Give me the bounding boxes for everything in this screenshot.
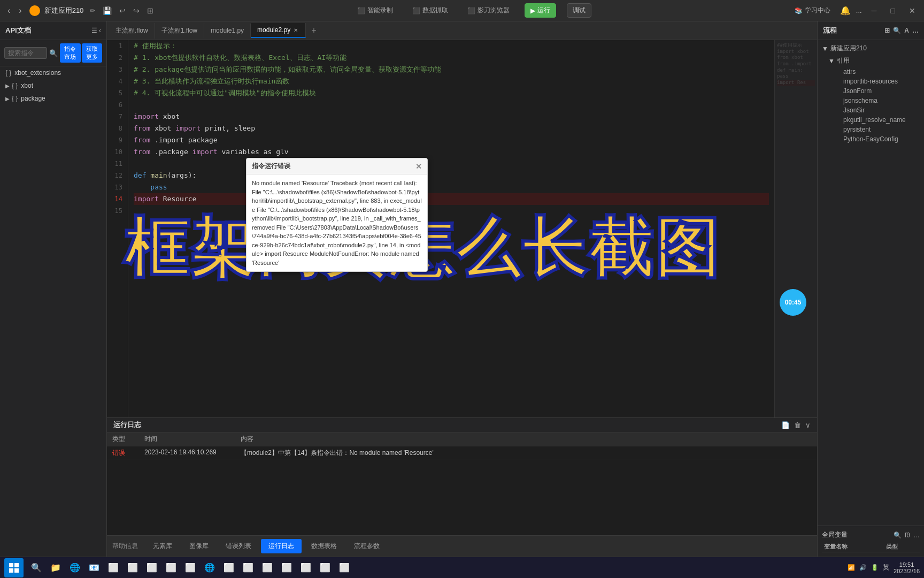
taskbar-app2[interactable]: ⬜ <box>124 559 141 576</box>
taskbar-app9[interactable]: ⬜ <box>278 559 295 576</box>
bell-icon[interactable]: 🔔 <box>840 5 851 16</box>
battery-icon[interactable]: 🔋 <box>871 564 879 571</box>
tab-run-log[interactable]: 运行日志 <box>261 539 302 553</box>
tab-main-flow[interactable]: 主流程.flow <box>109 23 155 39</box>
rs-vars-more-icon[interactable]: … <box>913 531 920 539</box>
more-button[interactable]: ... <box>856 6 862 14</box>
sidebar-item-xbot[interactable]: ▶ { } xbot <box>0 79 106 92</box>
taskbar-app10[interactable]: ⬜ <box>297 559 314 576</box>
line-8: 8 <box>107 123 122 134</box>
taskbar-app6[interactable]: ⬜ <box>220 559 237 576</box>
rs-icon2[interactable]: 🔍 <box>893 27 901 34</box>
taskbar-right: 📶 🔊 🔋 英 19:51 2023/2/16 <box>848 561 920 574</box>
rs-vars-icons: 🔍 fθ … <box>894 531 920 539</box>
line-4: 4 <box>107 75 122 87</box>
log-type: 错误 <box>107 446 139 460</box>
code-line-5: # 4. 可视化流程中可以通过"调用模块"的指令使用此模块 <box>134 87 769 99</box>
minimize-button[interactable]: ─ <box>867 5 881 16</box>
rs-item-attrs[interactable]: attrs <box>830 67 924 77</box>
maximize-button[interactable]: □ <box>887 5 899 16</box>
tab-scrape[interactable]: ⬛ 数据抓取 <box>408 4 452 17</box>
taskbar-app5[interactable]: ⬜ <box>182 559 199 576</box>
tab-images[interactable]: 图像库 <box>182 539 216 553</box>
taskbar-app4[interactable]: ⬜ <box>163 559 180 576</box>
collapse-icon[interactable]: ∨ <box>805 421 811 429</box>
export-icon[interactable]: 📄 <box>781 421 790 429</box>
error-popup: 指令运行错误 ✕ No module named 'Resource' Trac… <box>246 158 428 272</box>
taskbar-app7[interactable]: ⬜ <box>240 559 257 576</box>
col-type: 类型 <box>107 432 139 446</box>
tab-errors[interactable]: 错误列表 <box>218 539 259 553</box>
minimap: ##使用提示 import xbot from xbot from .impor… <box>774 40 817 417</box>
rs-item-jsonstr[interactable]: JsonSir <box>830 105 924 115</box>
taskbar-app1[interactable]: ⬜ <box>105 559 122 576</box>
error-popup-close[interactable]: ✕ <box>415 162 422 171</box>
learn-icon: 📚 <box>795 7 803 14</box>
taskbar-edge[interactable]: 🌐 <box>66 559 83 576</box>
log-time: 2023-02-16 19:46:10.269 <box>139 446 235 460</box>
code-line-2: # 1. xbot包提供软件自动化、数据表格、Excel、日志、AI等功能 <box>134 52 769 64</box>
redo-icon[interactable]: ↪ <box>133 6 140 15</box>
run-button[interactable]: ▶ 运行 <box>525 3 556 18</box>
code-container[interactable]: 1 2 3 4 5 6 7 8 9 10 11 12 13 14 15 <box>107 40 774 417</box>
tab-flow-params[interactable]: 流程参数 <box>346 539 387 553</box>
rs-item-importlib[interactable]: importlib-resources <box>830 77 924 86</box>
code-line-3: # 2. package包提供访问当前应用数据的功能，如获取元素、访问全局变量、… <box>134 64 769 75</box>
sidebar-item-xbot-extensions[interactable]: { } xbot_extensions <box>0 66 106 79</box>
delete-icon[interactable]: 🗑 <box>794 421 801 429</box>
debug-button[interactable]: 调试 <box>567 3 591 18</box>
rs-icon1[interactable]: ⊞ <box>884 27 890 34</box>
add-tab-button[interactable]: + <box>306 22 321 39</box>
taskbar-app3[interactable]: ⬜ <box>143 559 160 576</box>
taskbar-mail[interactable]: 📧 <box>86 559 103 576</box>
close-tab-icon[interactable]: ✕ <box>292 27 299 33</box>
tab-sub-flow[interactable]: 子流程1.flow <box>155 23 204 39</box>
rs-vars-search-icon[interactable]: 🔍 <box>894 531 902 539</box>
taskbar-app8[interactable]: ⬜ <box>259 559 276 576</box>
volume-icon[interactable]: 🔊 <box>859 564 867 571</box>
taskbar-app11[interactable]: ⬜ <box>317 559 334 576</box>
save-icon[interactable]: 💾 <box>103 6 112 15</box>
tab-module1[interactable]: module1.py <box>204 24 251 37</box>
tabs-bar: 主流程.flow 子流程1.flow module1.py module2.py… <box>107 21 817 40</box>
forward-button[interactable]: › <box>16 5 25 17</box>
taskbar-files[interactable]: 📁 <box>47 559 64 576</box>
rs-icon3[interactable]: A <box>904 27 909 34</box>
command-market-button[interactable]: 指令市场 <box>60 43 81 63</box>
rs-tree-引用[interactable]: ▼ 引用 <box>824 55 924 67</box>
start-button[interactable] <box>4 558 24 577</box>
expand-icon: ▶ <box>5 83 10 89</box>
taskbar-search[interactable]: 🔍 <box>28 559 45 576</box>
tab-module2[interactable]: module2.py ✕ <box>251 23 306 38</box>
rs-icon4[interactable]: … <box>912 27 919 34</box>
tab-elements[interactable]: 元素库 <box>145 539 180 553</box>
sidebar-item-package[interactable]: ▶ { } package <box>0 92 106 105</box>
log-content: 【module2】中第【14】条指令出错：No module named 'Re… <box>235 446 817 460</box>
tab-browser[interactable]: ⬛ 影刀浏览器 <box>463 4 514 17</box>
lang-icon[interactable]: 英 <box>883 563 889 572</box>
error-popup-body: No module named 'Resource' Traceback (mo… <box>247 174 427 271</box>
tab-data-table[interactable]: 数据表格 <box>304 539 344 553</box>
back-button[interactable]: ‹ <box>4 5 13 17</box>
rs-item-jsonschema[interactable]: jsonschema <box>830 96 924 105</box>
get-more-button[interactable]: 获取更多 <box>82 43 103 63</box>
code-line-14: import Resource <box>134 193 769 205</box>
taskbar-chrome[interactable]: 🌐 <box>201 559 218 576</box>
grid-icon[interactable]: ⊞ <box>147 6 153 15</box>
rs-vars-formula-icon[interactable]: fθ <box>905 531 910 539</box>
rs-item-pkgutil[interactable]: pkgutil_resolve_name <box>830 115 924 125</box>
rs-tree-root[interactable]: ▼ 新建应用210 <box>818 42 924 55</box>
tab-record[interactable]: ⬛ 智能录制 <box>353 4 397 17</box>
taskbar-app12[interactable]: ⬜ <box>336 559 353 576</box>
network-icon[interactable]: 📶 <box>848 564 855 571</box>
error-popup-title: 指令运行错误 <box>252 162 290 171</box>
rs-item-python-easyconfig[interactable]: Python-EasyConfig <box>830 134 924 144</box>
sidebar-items: { } xbot_extensions ▶ { } xbot ▶ { } pac… <box>0 66 106 557</box>
close-button[interactable]: ✕ <box>905 5 920 16</box>
rs-item-pyrsistent[interactable]: pyrsistent <box>830 125 924 134</box>
search-input[interactable] <box>4 47 47 59</box>
error-popup-header: 指令运行错误 ✕ <box>247 158 427 174</box>
rs-item-jsonform[interactable]: JsonForm <box>830 86 924 96</box>
learn-button[interactable]: 📚 学习中心 <box>790 4 835 17</box>
undo-icon[interactable]: ↩ <box>119 6 126 15</box>
